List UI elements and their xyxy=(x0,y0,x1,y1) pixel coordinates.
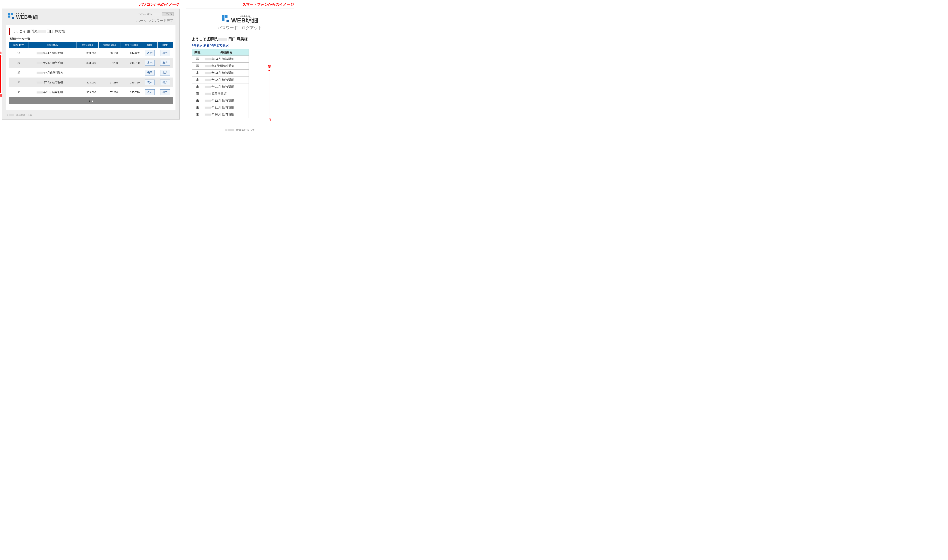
detail-link[interactable]: 年10月 給与明細 xyxy=(211,112,234,116)
welcome-name: 田口 輝美様 xyxy=(46,29,65,33)
year-masked xyxy=(205,114,211,116)
mobile-window: CELLS WEB明細 パスワード ログアウト ようこそ 顧問先 田口 輝美様 … xyxy=(186,9,294,184)
output-button[interactable]: 出力 xyxy=(160,70,170,75)
col-net: 差引支給額 xyxy=(120,42,142,48)
output-button[interactable]: 出力 xyxy=(160,80,170,85)
welcome-bar: ようこそ 顧問先 田口 輝美様 xyxy=(9,28,173,35)
logo-icon xyxy=(222,15,230,23)
year-masked xyxy=(37,52,43,54)
detail-link[interactable]: 年4月保険料通知 xyxy=(211,64,234,68)
col-pdf: PDF xyxy=(157,42,173,48)
output-button[interactable]: 出力 xyxy=(160,89,170,95)
cell-name: 年02月 給与明細 xyxy=(203,77,249,83)
cell-name: 年01月 給与明細 xyxy=(29,87,77,97)
detail-link[interactable]: 年03月 給与明細 xyxy=(211,71,234,74)
table-row: 未年02月 給与明細303,00057,280245,720表示出力 xyxy=(9,77,173,87)
table-row: 済源泉徴収票 xyxy=(192,90,249,97)
show-button[interactable]: 表示 xyxy=(145,60,155,66)
cell-status: 未 xyxy=(192,69,203,77)
annot-new: 新 xyxy=(268,65,271,69)
year-masked xyxy=(37,91,43,94)
cell-deduct: 57,280 xyxy=(98,87,120,97)
detail-link[interactable]: 源泉徴収票 xyxy=(211,92,227,95)
table-row: 済年04月 給与明細303,00058,138244,862表示出力 xyxy=(9,48,173,58)
pager-row: 1 2 xyxy=(9,97,173,104)
year-masked xyxy=(205,65,211,67)
year-masked xyxy=(205,107,211,109)
cell-status: 未 xyxy=(192,97,203,104)
detail-link[interactable]: 年12月 給与明細 xyxy=(211,99,234,102)
detail-link[interactable]: 年04月 給与明細 xyxy=(211,57,234,61)
col-deduct: 控除合計額 xyxy=(98,42,120,48)
cell-name: 年10月 給与明細 xyxy=(203,111,249,118)
cell-status: 未 xyxy=(9,58,29,68)
cell-name: 年4月保険料通知 xyxy=(203,63,249,69)
cell-net: 245,720 xyxy=(120,87,142,97)
footer-year-masked xyxy=(9,114,14,116)
nav-password[interactable]: パスワード xyxy=(217,26,238,30)
annot-old: 旧 xyxy=(0,94,2,97)
mobile-table: 閲覧 明細書名 済年04月 給与明細済年4月保険料通知未年03月 給与明細未年0… xyxy=(192,49,249,118)
login-label: ログイン社員No: xyxy=(135,13,152,15)
table-row: 未年01月 給与明細 xyxy=(192,83,249,90)
output-button[interactable]: 出力 xyxy=(160,60,170,66)
detail-link[interactable]: 年11月 給与明細 xyxy=(211,106,234,109)
col-status: 閲覧 xyxy=(192,49,203,56)
nav-home[interactable]: ホーム xyxy=(136,19,147,23)
cell-net: 245,720 xyxy=(120,58,142,68)
footer-company: - 株式会社セルズ xyxy=(234,129,255,132)
cell-status: 未 xyxy=(192,111,203,118)
svg-rect-7 xyxy=(226,20,229,22)
col-status: 閲覧状況 xyxy=(9,42,29,48)
table-row: 未年02月 給与明細 xyxy=(192,77,249,83)
svg-rect-5 xyxy=(225,15,227,17)
cell-status: 未 xyxy=(9,77,29,87)
cell-deduct: 58,138 xyxy=(98,48,120,58)
col-name: 明細書名 xyxy=(203,49,249,56)
cell-status: 済 xyxy=(9,48,29,58)
pager-page-2[interactable]: 2 xyxy=(92,99,93,102)
table-row: 未年03月 給与明細303,00057,280245,720表示出力 xyxy=(9,58,173,68)
logoff-button[interactable]: ログオフ xyxy=(162,12,174,16)
cell-status: 未 xyxy=(192,83,203,90)
show-button[interactable]: 表示 xyxy=(145,70,155,75)
table-row: 未年11月 給与明細 xyxy=(192,104,249,111)
footer-copy: © xyxy=(7,114,8,116)
output-button[interactable]: 出力 xyxy=(160,50,170,56)
logo: CELLS WEB明細 xyxy=(192,14,288,23)
cell-deduct: 57,280 xyxy=(98,77,120,87)
footer-company: - 株式会社セルズ xyxy=(15,114,32,116)
svg-rect-6 xyxy=(222,18,224,21)
pager-current: 1 xyxy=(89,99,90,102)
nav-logout[interactable]: ログアウト xyxy=(242,26,262,30)
table-row: 未年01月 給与明細303,00057,280245,720表示出力 xyxy=(9,87,173,97)
col-detail: 明細 xyxy=(142,42,157,48)
cell-deduct: 57,280 xyxy=(98,58,120,68)
logo: CELLS WEB明細 xyxy=(8,12,38,20)
detail-link[interactable]: 年01月 給与明細 xyxy=(211,85,234,88)
welcome-bar: ようこそ 顧問先 田口 輝美様 xyxy=(192,37,288,42)
table-row: 済年4月保険料通知 xyxy=(192,63,249,69)
cell-name: 年01月 給与明細 xyxy=(203,83,249,90)
cell-name: 年03月 給与明細 xyxy=(203,69,249,77)
cell-name: 年12月 給与明細 xyxy=(203,97,249,104)
show-button[interactable]: 表示 xyxy=(145,89,155,95)
annot-old: 旧 xyxy=(268,118,271,122)
arrow-up-icon xyxy=(269,69,269,117)
cell-name: 年02月 給与明細 xyxy=(29,77,77,87)
cell-name: 年04月 給与明細 xyxy=(203,56,249,63)
year-masked xyxy=(37,62,43,64)
logo-web-text: WEB明細 xyxy=(16,15,38,20)
cell-status: 済 xyxy=(192,63,203,69)
cell-net: 245,720 xyxy=(120,77,142,87)
pc-caption: パソコンからのイメージ xyxy=(2,2,180,7)
table-row: 済年4月保険料通知---表示出力 xyxy=(9,68,173,77)
svg-rect-4 xyxy=(222,15,224,17)
show-button[interactable]: 表示 xyxy=(145,80,155,85)
detail-link[interactable]: 年02月 給与明細 xyxy=(211,78,234,82)
cell-gross: 303,000 xyxy=(77,87,98,97)
nav-password[interactable]: パスワード設定 xyxy=(149,19,174,23)
show-button[interactable]: 表示 xyxy=(145,50,155,56)
login-number-masked xyxy=(153,14,160,15)
table-row: 済年04月 給与明細 xyxy=(192,56,249,63)
